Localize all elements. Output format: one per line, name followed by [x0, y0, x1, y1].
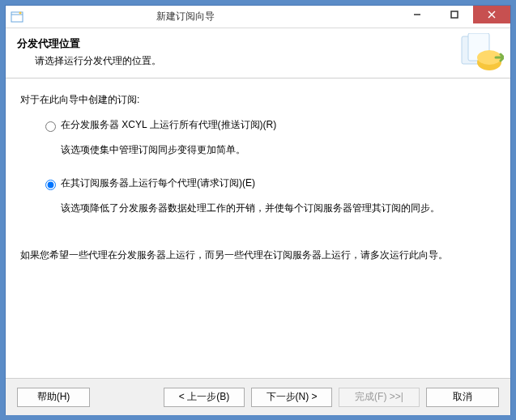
wizard-body: 对于在此向导中创建的订阅: 在分发服务器 XCYL 上运行所有代理(推送订阅)(… [6, 78, 510, 378]
help-button[interactable]: 帮助(H) [17, 388, 90, 407]
finish-button[interactable]: 完成(F) >>| [339, 388, 420, 407]
wizard-footer: 帮助(H) < 上一步(B) 下一步(N) > 完成(F) >>| 取消 [6, 378, 510, 415]
push-subscription-description: 该选项使集中管理订阅同步变得更加简单。 [61, 143, 496, 157]
window-title: 新建订阅向导 [0, 10, 399, 23]
intro-text: 对于在此向导中创建的订阅: [20, 93, 496, 107]
pull-subscription-radio[interactable] [45, 180, 56, 190]
page-subtitle: 请选择运行分发代理的位置。 [35, 54, 499, 68]
footer-note: 如果您希望一些代理在分发服务器上运行，而另一些代理在订阅服务器上运行，请多次运行… [20, 248, 496, 263]
page-title: 分发代理位置 [17, 36, 499, 51]
push-subscription-label[interactable]: 在分发服务器 XCYL 上运行所有代理(推送订阅)(R) [61, 118, 276, 132]
minimize-button[interactable] [399, 6, 436, 23]
titlebar: 新建订阅向导 [6, 6, 510, 28]
header-graphic-icon [460, 33, 504, 74]
maximize-button[interactable] [436, 6, 473, 23]
next-button[interactable]: 下一步(N) > [251, 388, 332, 407]
push-subscription-radio[interactable] [45, 121, 56, 132]
cancel-button[interactable]: 取消 [426, 388, 499, 407]
wizard-window: 新建订阅向导 分发代理位置 请选择运行分发代理的位置。 [5, 5, 511, 415]
svg-rect-4 [451, 11, 458, 18]
close-button[interactable] [473, 6, 510, 23]
back-button[interactable]: < 上一步(B) [164, 388, 245, 407]
pull-subscription-description: 该选项降低了分发服务器数据处理工作的开销，并使每个订阅服务器管理其订阅的同步。 [61, 202, 496, 215]
option-group: 在分发服务器 XCYL 上运行所有代理(推送订阅)(R) 该选项使集中管理订阅同… [41, 118, 496, 215]
wizard-header: 分发代理位置 请选择运行分发代理的位置。 [6, 28, 510, 78]
pull-subscription-label[interactable]: 在其订阅服务器上运行每个代理(请求订阅)(E) [61, 176, 255, 190]
